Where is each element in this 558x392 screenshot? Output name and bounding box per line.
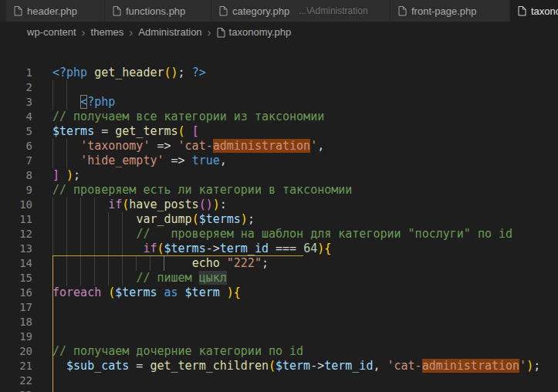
code-line-9[interactable]: // проверяем есть ли категории в таксоно… bbox=[52, 183, 558, 198]
tab-functions-php[interactable]: functions.php bbox=[105, 0, 211, 22]
code-token: ; bbox=[248, 212, 255, 226]
code-editor[interactable]: 1234567891011121314151617181920212223 <?… bbox=[0, 42, 558, 392]
code-text: $terms = get_terms( [ bbox=[52, 124, 199, 138]
code-line-11[interactable]: var_dump($terms); bbox=[52, 212, 558, 227]
code-line-1[interactable]: <?php get_header(); ?> bbox=[52, 66, 558, 80]
code-line-19[interactable] bbox=[52, 329, 558, 344]
code-token: 'hide_empty' bbox=[80, 154, 164, 167]
line-number: 6 bbox=[0, 139, 32, 154]
code-token: get_header bbox=[94, 66, 164, 79]
code-token: , bbox=[373, 359, 387, 373]
code-line-23[interactable] bbox=[52, 388, 558, 392]
breadcrumb: wp-content›themes›Administration›taxonom… bbox=[0, 22, 558, 42]
line-number: 5 bbox=[0, 124, 32, 139]
code-token bbox=[220, 286, 227, 299]
code-line-3[interactable]: <?php bbox=[52, 95, 558, 110]
tab-taxonomy-php[interactable]: taxonomy.php bbox=[510, 0, 558, 22]
code-line-10[interactable]: if(have_posts()): bbox=[52, 198, 558, 212]
code-token: $terms bbox=[115, 286, 157, 299]
code-text: if($terms->term_id === 64){ bbox=[52, 242, 331, 255]
code-token: if bbox=[143, 242, 157, 255]
tab-label: category.php bbox=[232, 5, 289, 17]
line-number: 9 bbox=[0, 183, 32, 198]
code-token: have_posts bbox=[129, 198, 198, 211]
chevron-right-icon: › bbox=[82, 26, 86, 38]
chevron-right-icon: › bbox=[129, 26, 133, 38]
breadcrumb-item-file[interactable]: taxonomy.php bbox=[217, 26, 292, 38]
code-token bbox=[220, 256, 227, 270]
code-token: ; bbox=[73, 168, 80, 182]
code-line-17[interactable] bbox=[52, 300, 558, 315]
code-line-7[interactable]: 'hide_empty' => true, bbox=[52, 154, 558, 168]
code-line-16[interactable]: foreach ($terms as $term ){ bbox=[52, 286, 558, 300]
breadcrumb-item-administration[interactable]: Administration bbox=[138, 26, 201, 38]
line-number: 10 bbox=[0, 198, 32, 212]
tab-label: front-page.php bbox=[411, 5, 477, 17]
line-number: 19 bbox=[0, 329, 32, 344]
code-token: // получаем все категории из таксономии bbox=[52, 110, 324, 123]
find-match-highlight: administration bbox=[213, 139, 310, 153]
code-line-5[interactable]: $terms = get_terms( [ bbox=[52, 124, 558, 139]
code-token bbox=[52, 154, 80, 167]
code-token: () bbox=[164, 66, 178, 79]
code-line-4[interactable]: // получаем все категории из таксономии bbox=[52, 110, 558, 124]
code-token: // проверяем на шаблон для категории "по… bbox=[136, 227, 512, 241]
code-line-8[interactable]: ] ); bbox=[52, 168, 558, 183]
code-area[interactable]: <?php get_header(); ?> <?php// получаем … bbox=[52, 66, 558, 392]
tab-category-php[interactable]: category.php...\Administration bbox=[211, 0, 390, 22]
code-token bbox=[157, 286, 164, 299]
code-line-6[interactable]: 'taxonomy' => 'cat-administration', bbox=[52, 139, 558, 154]
code-line-15[interactable]: // пишем цыкл bbox=[52, 271, 558, 286]
code-token: 'taxonomy' bbox=[80, 139, 150, 153]
tab-label: header.php bbox=[27, 5, 77, 17]
line-number: 14 bbox=[0, 256, 32, 271]
code-token: ; bbox=[178, 66, 192, 79]
code-line-22[interactable] bbox=[52, 373, 558, 388]
code-line-12[interactable]: // проверяем на шаблон для категории "по… bbox=[52, 227, 558, 242]
code-token bbox=[52, 256, 192, 270]
code-token: ) bbox=[241, 212, 248, 226]
file-icon bbox=[217, 27, 225, 38]
code-token: if bbox=[108, 198, 122, 211]
code-token: ?> bbox=[192, 66, 206, 79]
vscode-window: header.phpfunctions.phpcategory.php...\A… bbox=[0, 0, 558, 392]
code-line-18[interactable] bbox=[52, 315, 558, 329]
code-line-20[interactable]: // получаем дочерние категории по id bbox=[52, 344, 558, 359]
code-token: get_terms bbox=[115, 124, 178, 138]
code-token: "222" bbox=[227, 256, 262, 270]
file-icon bbox=[14, 5, 22, 16]
bracket-match-box: < bbox=[80, 95, 87, 109]
code-line-21[interactable]: $sub_cats = get_term_children($term->ter… bbox=[52, 359, 558, 373]
code-line-2[interactable] bbox=[52, 80, 558, 95]
file-icon bbox=[219, 5, 228, 16]
line-number: 23 bbox=[0, 388, 32, 392]
code-token: // пишем bbox=[136, 271, 198, 285]
code-token: ; bbox=[533, 359, 540, 373]
line-number: 12 bbox=[0, 227, 32, 242]
breadcrumb-item-wp-content[interactable]: wp-content bbox=[27, 26, 76, 38]
code-token bbox=[52, 95, 80, 109]
code-line-14[interactable]: echo "222"; bbox=[52, 256, 558, 271]
code-text: var_dump($terms); bbox=[52, 212, 255, 226]
tab-front-page-php[interactable]: front-page.php bbox=[391, 0, 509, 22]
code-token: foreach bbox=[52, 286, 101, 299]
code-text: echo "222"; bbox=[52, 256, 269, 270]
breadcrumb-file-label: taxonomy.php bbox=[229, 26, 292, 38]
code-token: 'cat- bbox=[178, 139, 213, 153]
indent-guide bbox=[52, 80, 53, 95]
code-token: === bbox=[269, 242, 303, 255]
code-token: ( bbox=[178, 124, 185, 138]
code-token: -> bbox=[206, 242, 220, 255]
file-icon bbox=[518, 5, 526, 16]
line-number: 16 bbox=[0, 286, 32, 300]
breadcrumb-item-themes[interactable]: themes bbox=[91, 26, 124, 38]
code-token: ) bbox=[213, 198, 220, 211]
code-token: get_term_children bbox=[150, 359, 269, 373]
code-token bbox=[52, 271, 136, 285]
tab-header-php[interactable]: header.php bbox=[6, 0, 104, 22]
line-number: 21 bbox=[0, 359, 32, 373]
code-line-13[interactable]: if($terms->term_id === 64){ bbox=[52, 242, 558, 256]
code-token: <?php bbox=[52, 66, 87, 79]
code-token: $term bbox=[185, 286, 220, 299]
line-number-gutter: 1234567891011121314151617181920212223 bbox=[0, 66, 32, 392]
